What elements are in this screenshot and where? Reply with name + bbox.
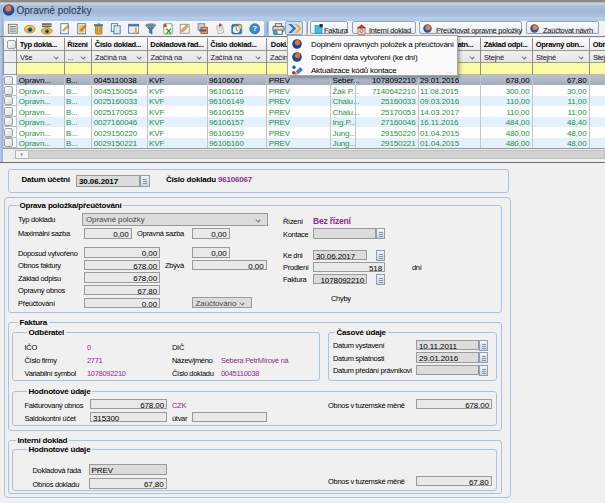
svg-text:?: ? bbox=[252, 24, 257, 33]
